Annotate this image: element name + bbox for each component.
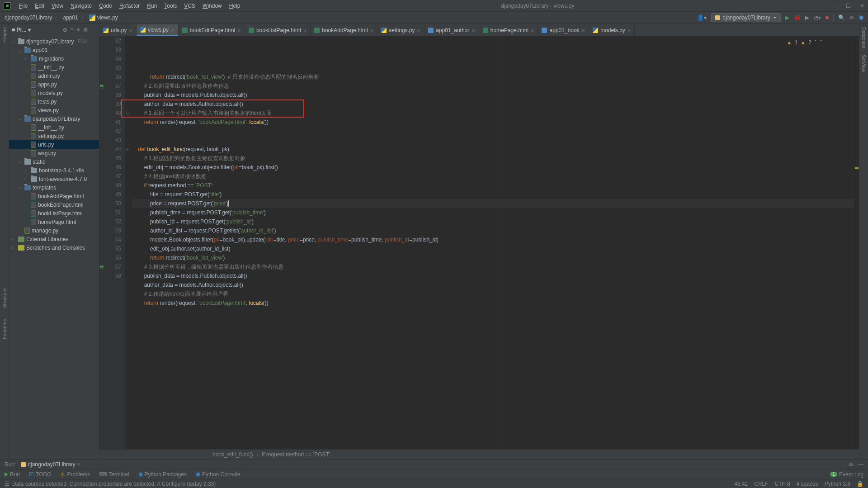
warning-icon[interactable]: ▲ xyxy=(787,38,792,47)
status-message[interactable]: Data sources detected: Connection proper… xyxy=(12,481,216,487)
menu-vcs[interactable]: VCS xyxy=(180,1,199,10)
run-icon[interactable]: ▶ xyxy=(785,14,789,21)
profile-icon[interactable]: ◔▾ xyxy=(814,14,821,21)
menu-help[interactable]: Help xyxy=(226,1,244,10)
tool-tab-run[interactable]: Run xyxy=(5,471,20,478)
editor-tab[interactable]: bookEditPage.html× xyxy=(179,24,245,36)
tree-item[interactable]: settings.py xyxy=(9,132,99,140)
menu-tools[interactable]: Tools xyxy=(160,1,180,10)
breadcrumb-item[interactable]: app01 xyxy=(63,14,78,21)
tab-close-icon[interactable]: × xyxy=(129,27,132,34)
tab-close-icon[interactable]: × xyxy=(531,27,534,34)
tab-close-icon[interactable]: × xyxy=(303,27,307,34)
tab-close-icon[interactable]: × xyxy=(582,27,585,34)
indent-info[interactable]: 4 spaces xyxy=(797,481,818,487)
line-separator[interactable]: CRLF xyxy=(754,481,768,487)
editor-tab[interactable]: models.py× xyxy=(589,24,635,36)
project-tool-button[interactable]: Project xyxy=(2,25,7,44)
menu-window[interactable]: Window xyxy=(199,1,226,10)
chevron-down-icon[interactable]: ˅ xyxy=(820,38,822,47)
tree-item[interactable]: homePage.html xyxy=(9,218,99,226)
close-icon[interactable]: ✕ xyxy=(860,3,864,9)
editor-tab[interactable]: views.py× xyxy=(137,24,179,36)
tree-item[interactable]: views.py xyxy=(9,106,99,114)
tree-item[interactable]: __init__.py xyxy=(9,63,99,71)
tab-close-icon[interactable]: × xyxy=(627,27,631,34)
tree-item[interactable]: urls.py xyxy=(9,140,99,149)
tree-item[interactable]: apps.py xyxy=(9,80,99,89)
tab-close-icon[interactable]: × xyxy=(171,27,175,33)
tree-item[interactable]: ⌄templates xyxy=(9,183,99,192)
editor-tab[interactable]: app01_author× xyxy=(425,24,479,36)
menu-navigate[interactable]: Navigate xyxy=(67,1,95,10)
tab-close-icon[interactable]: × xyxy=(370,27,374,34)
search-icon[interactable]: 🔍 xyxy=(838,14,845,21)
tool-tab-terminal[interactable]: ⌨Terminal xyxy=(99,471,129,478)
tree-item[interactable]: admin.py xyxy=(9,71,99,80)
editor-tab[interactable]: bookAddPage.html× xyxy=(311,24,377,36)
tree-item[interactable]: __init__.py xyxy=(9,123,99,132)
tree-item[interactable]: ⌄app01 xyxy=(9,46,99,54)
tree-item[interactable]: bookListPage.html xyxy=(9,209,99,218)
caret-position[interactable]: 46:42 xyxy=(734,481,748,487)
tree-item[interactable]: bookAddPage.html xyxy=(9,192,99,200)
tree-item[interactable]: wsgi.py xyxy=(9,149,99,157)
breadcrumb-item[interactable]: book_edit_func() xyxy=(212,451,253,458)
sciview-tool-button[interactable]: SciView xyxy=(861,53,867,74)
tree-item[interactable]: ›External Libraries xyxy=(9,235,99,243)
project-tree[interactable]: ⌄djangoday07LibraryF:\A⌄app01›migrations… xyxy=(9,36,99,459)
event-log-button[interactable]: 1Event Log xyxy=(830,471,863,478)
menu-refactor[interactable]: Refactor xyxy=(116,1,143,10)
error-stripe[interactable]: ▲1 ▲2 ˄ ˅ xyxy=(854,36,859,449)
tree-item[interactable]: bookEditPage.html xyxy=(9,200,99,209)
tree-item[interactable]: ›bootstrap-3.4.1-dis xyxy=(9,166,99,175)
tree-item[interactable]: ›Scratches and Consoles xyxy=(9,243,99,252)
menu-view[interactable]: View xyxy=(48,1,67,10)
editor-tab[interactable]: homePage.html× xyxy=(479,24,538,36)
debug-icon[interactable]: 🐞 xyxy=(794,14,801,21)
menu-edit[interactable]: Edit xyxy=(31,1,48,10)
tool-tab-python-packages[interactable]: ⬢Python Packages xyxy=(138,471,187,478)
maximize-icon[interactable]: ☐ xyxy=(846,3,851,9)
user-icon[interactable]: 👤▾ xyxy=(697,14,707,21)
code-editor[interactable]: return redirect('book_list_view') # 只支持没… xyxy=(130,36,854,449)
run-config-dropdown[interactable]: djangoday07Library xyxy=(711,13,780,22)
minimize-icon[interactable]: — xyxy=(831,3,837,9)
tree-item[interactable]: manage.py xyxy=(9,226,99,235)
editor-tab[interactable]: settings.py× xyxy=(377,24,425,36)
expand-icon[interactable]: ≡ xyxy=(70,27,73,33)
lock-icon[interactable]: 🔒 xyxy=(857,481,863,487)
favorites-tool-button[interactable]: Favorites xyxy=(2,317,7,341)
breadcrumb-item[interactable]: djangoday07Library xyxy=(5,14,52,21)
editor-tab[interactable]: urls.py× xyxy=(99,24,137,36)
gear-icon[interactable]: ⚙ xyxy=(83,27,88,33)
tool-tab-python-console[interactable]: ⬢Python Console xyxy=(196,471,241,478)
collapse-icon[interactable]: ✶ xyxy=(76,27,80,33)
stop-icon[interactable]: ■ xyxy=(826,14,829,21)
database-tool-button[interactable]: Database xyxy=(861,25,867,50)
tree-item[interactable]: models.py xyxy=(9,89,99,97)
tree-item[interactable]: ›migrations xyxy=(9,54,99,63)
tree-item[interactable]: tests.py xyxy=(9,97,99,106)
menu-run[interactable]: Run xyxy=(143,1,160,10)
hide-icon[interactable]: — xyxy=(858,461,863,468)
tab-close-icon[interactable]: × xyxy=(417,27,421,34)
editor-tab[interactable]: app01_book× xyxy=(538,24,589,36)
tree-item[interactable]: ⌄static xyxy=(9,157,99,166)
avatar-icon[interactable]: ⬣ xyxy=(859,14,863,21)
run-panel-tab[interactable]: djangoday07Library × xyxy=(21,461,80,468)
menu-code[interactable]: Code xyxy=(95,1,116,10)
locate-icon[interactable]: ⊕ xyxy=(63,27,67,33)
weak-warning-icon[interactable]: ▲ xyxy=(800,38,806,47)
coverage-icon[interactable]: ▶̤ xyxy=(805,14,809,21)
tab-close-icon[interactable]: × xyxy=(472,27,475,34)
status-icon[interactable]: ☰ xyxy=(5,481,9,487)
tree-item[interactable]: ›font-awesome-4.7.0 xyxy=(9,175,99,183)
editor-tab[interactable]: bookListPage.html× xyxy=(245,24,311,36)
tab-close-icon[interactable]: × xyxy=(237,27,241,34)
breadcrumb-item[interactable]: views.py xyxy=(89,14,118,21)
chevron-up-icon[interactable]: ˄ xyxy=(814,38,817,47)
menu-file[interactable]: File xyxy=(15,1,31,10)
tree-item[interactable]: ⌄djangoday07Library xyxy=(9,114,99,123)
settings-icon[interactable]: ⚙ xyxy=(849,14,854,21)
